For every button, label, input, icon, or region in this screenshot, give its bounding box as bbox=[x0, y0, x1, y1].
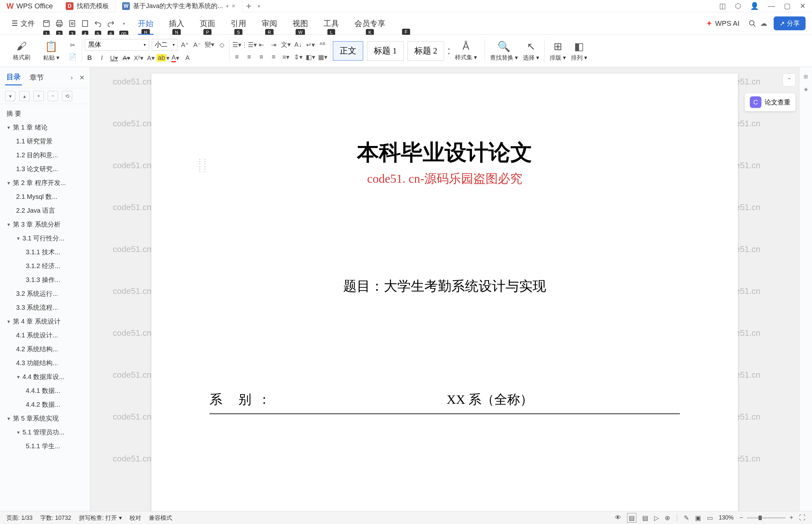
align-center-icon[interactable]: ≡ bbox=[244, 52, 254, 62]
tree-item[interactable]: ▼第 4 章 系统设计 bbox=[0, 314, 90, 328]
shading-icon[interactable]: ◧▾ bbox=[305, 52, 315, 62]
menu-page[interactable]: 页面P bbox=[192, 12, 223, 35]
search-icon[interactable] bbox=[748, 20, 756, 28]
qa-undo[interactable]: 5 bbox=[92, 18, 104, 29]
close-window-icon[interactable]: ✕ bbox=[800, 2, 806, 10]
fullscreen-icon[interactable]: ⛶ bbox=[799, 514, 806, 521]
underline-icon[interactable]: U▾ bbox=[109, 53, 119, 63]
increase-font-icon[interactable]: A⁺ bbox=[180, 40, 190, 50]
font-size-select[interactable]: 小二▾ bbox=[152, 39, 178, 51]
tree-item[interactable]: 4.2 系统结构... bbox=[0, 342, 90, 356]
status-page[interactable]: 页面: 1/33 bbox=[6, 514, 33, 522]
cloud-icon[interactable]: ☁ bbox=[760, 19, 767, 28]
file-menu[interactable]: ☰ 文件 F bbox=[6, 19, 40, 28]
tree-caret-icon[interactable]: ▼ bbox=[16, 236, 21, 241]
highlight-icon[interactable]: ab▾ bbox=[158, 53, 168, 63]
wps-ai-button[interactable]: ✦ WPS AI bbox=[701, 19, 745, 28]
nav-next-icon[interactable]: › bbox=[70, 74, 73, 81]
tab-options-icon[interactable]: ▾ bbox=[255, 3, 263, 9]
menu-home[interactable]: 开始H bbox=[130, 12, 161, 35]
format-painter-button[interactable]: 🖌 格式刷 bbox=[10, 39, 33, 63]
decrease-indent-icon[interactable]: ⇤ bbox=[256, 40, 266, 50]
minimize-icon[interactable]: — bbox=[768, 2, 775, 10]
style-heading1[interactable]: 标题 1 bbox=[367, 41, 404, 61]
tree-caret-icon[interactable]: ▼ bbox=[6, 416, 11, 421]
tree-item[interactable]: ▼4.4 数据库设... bbox=[0, 370, 90, 384]
tree-item[interactable]: ▼第 5 章系统实现 bbox=[0, 411, 90, 425]
sidebar-tool-icon[interactable]: ⊞ bbox=[803, 73, 808, 80]
zoom-in-icon[interactable]: + bbox=[790, 514, 793, 521]
tree-item[interactable]: 4.4.1 数据... bbox=[0, 384, 90, 398]
zoom-slider[interactable] bbox=[747, 517, 785, 519]
tree-item[interactable]: 1.2 目的和意... bbox=[0, 148, 90, 162]
avatar-icon[interactable]: 👤 bbox=[750, 2, 759, 10]
tree-item[interactable]: 3.1.1 技术... bbox=[0, 245, 90, 259]
tree-caret-icon[interactable]: ▼ bbox=[6, 180, 11, 186]
status-proof[interactable]: 校对 bbox=[130, 514, 141, 522]
show-marks-icon[interactable]: ↵▾ bbox=[305, 40, 315, 50]
char-shading-icon[interactable]: A bbox=[183, 53, 192, 63]
tree-item[interactable]: 3.1.3 操作... bbox=[0, 273, 90, 287]
paste-button[interactable]: 📋 粘贴 ▾ bbox=[40, 39, 62, 63]
find-replace-button[interactable]: 🔍 查找替换 ▾ bbox=[487, 39, 520, 63]
close-icon[interactable]: × bbox=[232, 2, 235, 10]
select-button[interactable]: ↖ 选择 ▾ bbox=[520, 39, 542, 63]
justify-icon[interactable]: ≡ bbox=[269, 52, 278, 62]
tree-item[interactable]: 3.3 系统流程... bbox=[0, 301, 90, 314]
number-list-icon[interactable]: ⋮☰▾ bbox=[244, 40, 254, 50]
tree-item[interactable]: 4.1 系统设计... bbox=[0, 328, 90, 342]
cut-icon[interactable]: ✂ bbox=[68, 40, 77, 50]
tree-caret-icon[interactable]: ▼ bbox=[16, 375, 21, 380]
nav-tab-chapter[interactable]: 章节 bbox=[28, 70, 45, 85]
tab-menu-icon[interactable]: ▾ bbox=[226, 3, 229, 9]
strike-icon[interactable]: A▾ bbox=[121, 53, 131, 63]
page-width-icon[interactable]: ▭ bbox=[707, 514, 713, 522]
text-effect-icon[interactable]: A▾ bbox=[146, 53, 156, 63]
tree-item[interactable]: ▼5.1 管理员功... bbox=[0, 425, 90, 439]
qa-save[interactable]: 1 bbox=[40, 18, 52, 29]
tree-caret-icon[interactable]: ▼ bbox=[6, 222, 11, 227]
arrange-button[interactable]: ◧ 排列 ▾ bbox=[568, 39, 590, 63]
line-spacing-icon[interactable]: ⇕▾ bbox=[293, 52, 303, 62]
tree-item[interactable]: 3.1.2 经济... bbox=[0, 259, 90, 273]
tree-item[interactable]: ▼第 1 章 绪论 bbox=[0, 120, 90, 134]
text-direction-icon[interactable]: 文▾ bbox=[281, 40, 291, 50]
page-view-icon[interactable]: ▤ bbox=[627, 513, 636, 523]
nav-close-icon[interactable]: ✕ bbox=[79, 74, 85, 82]
nav-remove-icon[interactable]: − bbox=[48, 91, 58, 101]
nav-refresh-icon[interactable]: ⟲ bbox=[62, 91, 72, 101]
zoom-out-icon[interactable]: − bbox=[740, 514, 743, 521]
maximize-icon[interactable]: ▢ bbox=[784, 2, 791, 10]
menu-review[interactable]: 审阅R bbox=[254, 12, 285, 35]
menu-tools[interactable]: 工具L bbox=[316, 12, 347, 35]
menu-ref[interactable]: 引用S bbox=[223, 12, 254, 35]
copy-icon[interactable]: 📄 bbox=[68, 52, 77, 62]
qa-more[interactable]: ▾00 bbox=[118, 18, 130, 29]
qa-preview[interactable]: 3 bbox=[66, 18, 78, 29]
document-area[interactable]: code51.cncode51.cncode51.cncode51.cncode… bbox=[90, 67, 799, 511]
nav-add-icon[interactable]: + bbox=[34, 91, 44, 101]
fit-icon[interactable]: ▣ bbox=[695, 514, 701, 522]
menu-member[interactable]: 会员专享K bbox=[347, 12, 393, 35]
page-drag-handle[interactable]: ⋮⋮⋮⋮ bbox=[197, 157, 207, 173]
bullet-list-icon[interactable]: ☰▾ bbox=[232, 40, 242, 50]
style-set-button[interactable]: Å 样式集 ▾ bbox=[450, 40, 482, 61]
pen-icon[interactable]: ✎ bbox=[684, 514, 689, 522]
vertical-text-icon[interactable]: ᴬᴮ bbox=[318, 40, 327, 50]
clear-format-icon[interactable]: ◇ bbox=[217, 40, 227, 50]
status-spell[interactable]: 拼写检查: 打开 ▾ bbox=[79, 514, 122, 522]
qa-print[interactable]: 2 bbox=[53, 18, 65, 29]
tree-item[interactable]: 2.1 Mysql 数... bbox=[0, 190, 90, 204]
menu-view[interactable]: 视图W bbox=[285, 12, 316, 35]
plagiarism-check-button[interactable]: C 论文查重 bbox=[744, 93, 796, 112]
qa-redo[interactable]: 6 bbox=[105, 18, 117, 29]
read-view-icon[interactable]: ▷ bbox=[654, 514, 659, 522]
tree-item[interactable]: 2.2 Java 语言 bbox=[0, 204, 90, 217]
status-compat[interactable]: 兼容模式 bbox=[149, 514, 172, 522]
side-collapse-icon[interactable]: ⌃ bbox=[783, 73, 796, 86]
tree-item[interactable]: 3.2 系统运行... bbox=[0, 287, 90, 301]
tab-document[interactable]: W 基于Java的大学生考勤系统的... ▾ × bbox=[116, 0, 242, 12]
phonetic-icon[interactable]: 變▾ bbox=[204, 40, 214, 50]
decrease-font-icon[interactable]: A⁻ bbox=[192, 40, 202, 50]
tree-item[interactable]: ▼3.1 可行性分... bbox=[0, 231, 90, 245]
